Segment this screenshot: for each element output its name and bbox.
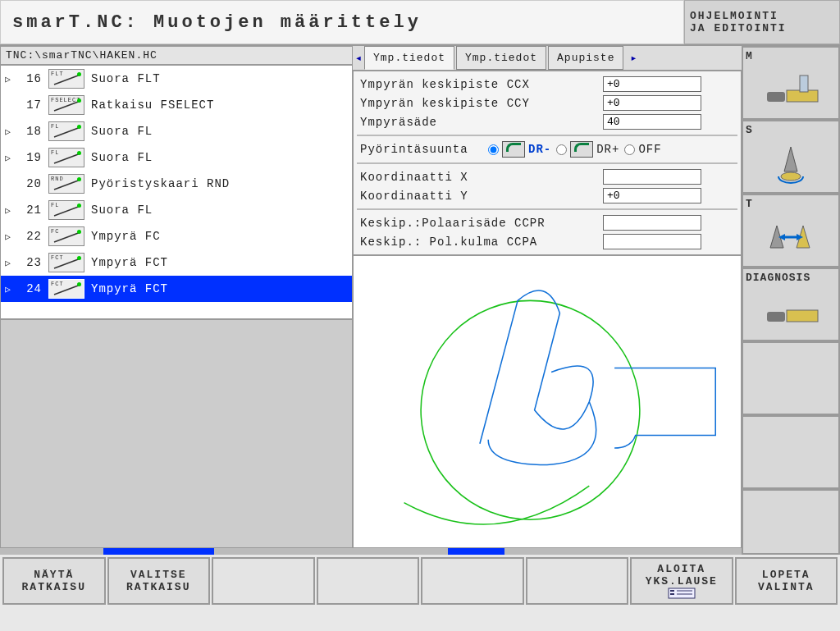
- mode-line-2: JA EDITOINTI: [690, 22, 834, 34]
- row-number: 23: [19, 256, 42, 269]
- rotation-label: Pyörintäsuunta: [360, 143, 483, 156]
- row-label: Suora FL: [91, 203, 349, 217]
- ccy-input[interactable]: [603, 95, 701, 111]
- svg-rect-11: [767, 92, 785, 102]
- mode-line-1: OHJELMOINTI: [690, 10, 834, 22]
- row-number: 16: [19, 72, 42, 85]
- row-label: Ympyrä FC: [91, 230, 349, 243]
- softkey-8-line1: LOPETA: [762, 569, 810, 581]
- program-tree[interactable]: ▷16FLTSuora FLT17FSELECTRatkaisu FSELECT…: [0, 65, 353, 319]
- softkey-1-line2: RATKAISU: [22, 581, 86, 593]
- side-btn-blank-1[interactable]: [742, 341, 840, 415]
- row-number: 17: [19, 98, 42, 112]
- side-btn-blank-3[interactable]: [742, 489, 840, 555]
- tree-row[interactable]: ▷18FLSuora FL: [1, 118, 352, 144]
- spindle-icon: [746, 138, 836, 190]
- tree-row[interactable]: 17FSELECTRatkaisu FSELECT: [1, 92, 352, 118]
- tree-row[interactable]: 20RNDPyöristyskaari RND: [1, 171, 352, 197]
- side-diag-label: DIAGNOSIS: [746, 272, 836, 284]
- expand-icon: ▷: [4, 126, 12, 137]
- softkey-bar: NÄYTÄ RATKAISU VALITSE RATKAISU ALOITA Y…: [0, 555, 840, 607]
- tree-row[interactable]: ▷19FLSuora FL: [1, 144, 352, 171]
- radius-input[interactable]: [603, 114, 701, 130]
- dr-minus-radio[interactable]: [488, 144, 499, 155]
- expand-icon: ▷: [4, 231, 12, 242]
- dr-plus-radio[interactable]: [556, 144, 567, 155]
- tab-circle-info-2[interactable]: Ymp.tiedot: [456, 46, 546, 70]
- expand-icon: ▷: [4, 205, 12, 216]
- center-column: ◂ Ymp.tiedot Ymp.tiedot Apupiste ▸ Ympyr…: [353, 46, 742, 555]
- ccx-label: Ympyrän keskipiste CCX: [360, 78, 598, 91]
- coord-y-label: Koordinaatti Y: [360, 190, 598, 203]
- horizontal-scroll-indicator: [0, 548, 353, 555]
- tree-row[interactable]: ▷24FCTYmpyrä FCT: [1, 276, 352, 302]
- softkey-blank-4[interactable]: [317, 557, 420, 605]
- tree-row[interactable]: ▷21FLSuora FL: [1, 197, 352, 223]
- tab-scroll-right-icon[interactable]: ▸: [625, 46, 641, 70]
- softkey-end-selection[interactable]: LOPETA VALINTA: [735, 557, 838, 605]
- side-btn-blank-2[interactable]: [742, 415, 840, 489]
- dr-minus-option[interactable]: DR-: [488, 141, 551, 158]
- side-btn-t[interactable]: T: [742, 194, 840, 267]
- svg-marker-13: [784, 147, 797, 171]
- side-s-label: S: [746, 124, 836, 136]
- tab-scroll-left-icon[interactable]: ◂: [353, 46, 364, 70]
- dr-minus-label: DR-: [528, 143, 551, 156]
- element-type-icon: FCT: [48, 253, 84, 272]
- expand-icon: ▷: [4, 153, 12, 163]
- softkey-start-single[interactable]: ALOITA YKS.LAUSE: [630, 557, 733, 605]
- main-area: TNC:\smarTNC\HAKEN.HC ▷16FLTSuora FLT17F…: [0, 46, 840, 555]
- svg-rect-23: [670, 590, 674, 592]
- app-title: smarT.NC: Muotojen määrittely: [0, 0, 684, 44]
- ccpr-input[interactable]: [603, 215, 701, 231]
- softkey-1-line1: NÄYTÄ: [34, 569, 74, 581]
- rotation-row: Pyörintäsuunta DR- DR+ OFF: [357, 139, 737, 159]
- rotate-ccw-icon: [502, 141, 525, 158]
- rotate-cw-icon: [570, 141, 593, 158]
- softkey-show-solution[interactable]: NÄYTÄ RATKAISU: [2, 557, 106, 605]
- tab-aux-point[interactable]: Apupiste: [548, 46, 623, 70]
- tree-empty-area: [0, 319, 353, 548]
- softkey-select-solution[interactable]: VALITSE RATKAISU: [107, 557, 211, 605]
- row-label: Pyöristyskaari RND: [91, 177, 349, 190]
- softkey-7-line2: YKS.LAUSE: [646, 575, 718, 588]
- tree-row[interactable]: ▷22FCYmpyrä FC: [1, 223, 352, 249]
- ccx-input[interactable]: [603, 76, 701, 92]
- preview-scroll-indicator: [353, 548, 742, 555]
- expand-icon: ▷: [4, 284, 12, 295]
- file-path: TNC:\smarTNC\HAKEN.HC: [0, 46, 353, 65]
- side-btn-s[interactable]: S: [742, 120, 840, 194]
- row-label: Suora FL: [91, 125, 349, 138]
- softkey-blank-5[interactable]: [421, 557, 524, 605]
- softkey-blank-6[interactable]: [526, 557, 629, 605]
- mode-indicator: OHJELMOINTI JA EDITOINTI: [684, 0, 840, 44]
- svg-rect-21: [767, 312, 785, 322]
- expand-icon: ▷: [4, 258, 12, 268]
- ccpa-input[interactable]: [603, 234, 701, 249]
- tree-row[interactable]: ▷16FLTSuora FLT: [1, 66, 352, 92]
- softkey-8-line2: VALINTA: [758, 581, 815, 593]
- coord-x-input[interactable]: [603, 169, 701, 185]
- tree-row[interactable]: ▷23FCTYmpyrä FCT: [1, 249, 352, 276]
- softkey-blank-3[interactable]: [212, 557, 315, 605]
- svg-point-14: [781, 172, 801, 181]
- ccpr-label: Keskip.:Polaarisäde CCPR: [360, 217, 598, 230]
- softkey-7-line1: ALOITA: [657, 563, 705, 575]
- element-type-icon: RND: [48, 174, 84, 194]
- parameter-form: Ympyrän keskipiste CCX Ympyrän keskipist…: [353, 71, 742, 255]
- dr-off-option[interactable]: OFF: [624, 143, 661, 156]
- side-btn-diagnosis[interactable]: DIAGNOSIS: [742, 267, 840, 341]
- side-m-label: M: [746, 50, 836, 62]
- element-type-icon: FL: [48, 148, 84, 167]
- diagnosis-icon: [746, 286, 836, 337]
- dr-off-radio[interactable]: [624, 144, 635, 155]
- softkey-2-line2: RATKAISU: [126, 581, 190, 593]
- dr-plus-label: DR+: [596, 143, 619, 156]
- svg-rect-24: [670, 593, 674, 595]
- dr-plus-option[interactable]: DR+: [556, 141, 619, 158]
- tab-circle-info-1[interactable]: Ymp.tiedot: [364, 46, 454, 70]
- side-btn-m[interactable]: M: [742, 46, 840, 120]
- single-block-icon: [668, 588, 696, 599]
- coord-y-input[interactable]: [603, 188, 701, 203]
- row-number: 22: [19, 230, 42, 243]
